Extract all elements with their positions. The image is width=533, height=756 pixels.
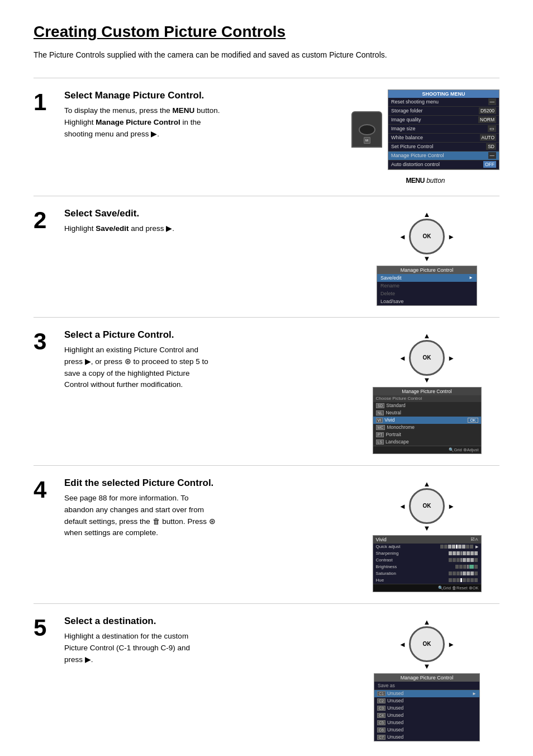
- page-intro: The Picture Controls supplied with the c…: [34, 49, 499, 61]
- screen-row: Auto distortion controlOFF: [388, 160, 499, 169]
- step-3-title: Select a Picture Control.: [64, 329, 343, 341]
- screen-5-title: Manage Picture Control: [374, 674, 479, 682]
- arrow-right-icon: ►: [448, 232, 455, 240]
- screen-3-row: NLNeutral: [373, 409, 481, 417]
- screen-4-row: Hue: [373, 577, 481, 584]
- screen-4: Vivid🗹A Quick adjust ▶ Sharpening Contra…: [373, 535, 482, 592]
- arrow-left-icon: ◄: [399, 353, 406, 362]
- screen-5-row: C3Unused: [374, 705, 479, 712]
- step-2-visual: ◄ OK ► Manage Picture Control Save/edit►…: [354, 207, 499, 306]
- screen-5-row: C6Unused: [374, 726, 479, 734]
- screen-3-subtitle: Choose Picture Control: [373, 395, 481, 402]
- step-3-visual: ◄ OK ► Manage Picture Control Choose Pic…: [354, 329, 499, 454]
- screen-5-saveas: Save as: [374, 682, 479, 690]
- step-5: 5 Select a destination. Highlight a dest…: [34, 603, 499, 753]
- screen-5: Manage Picture Control Save as C1Unused►…: [374, 673, 480, 741]
- screen-4-row: Sharpening: [373, 550, 481, 557]
- step-2-title: Select Save/edit.: [64, 207, 343, 220]
- step-1: 1 Select Manage Picture Control. To disp…: [34, 78, 499, 196]
- arrow-right-icon: ►: [448, 640, 455, 648]
- screen-1-title: SHOOTING MENU: [388, 90, 499, 98]
- arrow-left-icon: ◄: [399, 232, 406, 240]
- screen-5-row: C7Unused: [374, 734, 479, 741]
- arrow-right-icon: ►: [448, 502, 455, 510]
- screen-5-row: C4Unused: [374, 712, 479, 719]
- screen-3-row: MCMonochrome: [373, 424, 481, 431]
- screen-2-row: Load/save: [377, 297, 477, 305]
- step-number-4: 4: [34, 477, 64, 502]
- ok-button-circle: OK: [409, 340, 445, 376]
- step-4-desc: See page 88 for more information. To aba…: [64, 493, 343, 540]
- screen-4-row: Saturation: [373, 570, 481, 577]
- screen-3: Manage Picture Control Choose Picture Co…: [373, 387, 482, 454]
- arrow-left-icon: ◄: [399, 640, 406, 648]
- ok-button-circle: OK: [409, 219, 445, 254]
- screen-row: Storage folderD5200: [388, 107, 499, 116]
- screen-3-row: PTPortrait: [373, 431, 481, 438]
- screen-4-row: Brightness: [373, 564, 481, 570]
- ok-button-4: ◄ OK ►: [409, 488, 445, 524]
- step-1-content: Select Manage Picture Control. To displa…: [64, 89, 351, 140]
- screen-4-row: Quick adjust ▶: [373, 544, 481, 550]
- step-number-1: 1: [34, 89, 64, 114]
- screen-5-row: C5Unused: [374, 719, 479, 726]
- ok-button-2: ◄ OK ►: [409, 219, 445, 254]
- step-4-visual: ◄ OK ► Vivid🗹A Quick adjust ▶ Sharpening: [354, 477, 499, 592]
- ok-button-circle: OK: [409, 626, 445, 662]
- arrow-right-icon: ►: [448, 353, 455, 362]
- screen-row: White balanceAUTO: [388, 134, 499, 143]
- step-3: 3 Select a Picture Control. Highlight an…: [34, 317, 499, 465]
- step-4-title: Edit the selected Picture Control.: [64, 477, 343, 489]
- ok-button-circle: OK: [409, 488, 445, 524]
- screen-2-row: Delete: [377, 290, 477, 297]
- menu-button-label: MENU button: [406, 177, 445, 185]
- screen-row: Image qualityNORM: [388, 116, 499, 125]
- step-2-desc: Highlight Save/edit and press ▶.: [64, 223, 343, 235]
- screen-5-row-active: C1Unused►: [374, 690, 479, 697]
- ok-button-5: ◄ OK ►: [409, 626, 445, 662]
- step-1-visual: M SHOOTING MENU Reset shooting menu— Sto…: [351, 89, 499, 185]
- ok-button-3: ◄ OK ►: [409, 340, 445, 376]
- screen-3-title: Manage Picture Control: [373, 388, 481, 395]
- step-3-desc: Highlight an existing Picture Control an…: [64, 344, 343, 391]
- screen-3-footer: 🔍Grid ⊛Adjust: [373, 446, 481, 453]
- screen-3-row: SDStandard: [373, 402, 481, 409]
- step-number-3: 3: [34, 329, 64, 353]
- arrow-left-icon: ◄: [399, 502, 406, 510]
- screen-2-title: Manage Picture Control: [377, 266, 477, 274]
- screen-3-row-selected: VIVividOK: [373, 417, 481, 424]
- step-4: 4 Edit the selected Picture Control. See…: [34, 465, 499, 603]
- screen-4-title: Vivid🗹A: [373, 536, 481, 544]
- screen-4-row: Contrast: [373, 557, 481, 564]
- step-4-content: Edit the selected Picture Control. See p…: [64, 477, 354, 540]
- step-5-desc: Highlight a destination for the custom P…: [64, 631, 343, 666]
- screen-2: Manage Picture Control Save/edit► Rename…: [377, 266, 477, 306]
- step-5-title: Select a destination.: [64, 615, 343, 627]
- screen-row: Image size▭: [388, 125, 499, 134]
- step-1-desc: To display the menus, press the MENU but…: [64, 105, 340, 140]
- screen-1: SHOOTING MENU Reset shooting menu— Stora…: [388, 89, 499, 170]
- screen-4-footer: 🔍Grid 🗑Reset ⊛OK: [373, 584, 481, 592]
- screen-row-highlighted: Manage Picture Control—: [388, 152, 499, 160]
- screen-row: Reset shooting menu—: [388, 98, 499, 107]
- step-number-2: 2: [34, 207, 64, 232]
- screen-2-row: Save/edit►: [377, 274, 477, 282]
- step-5-content: Select a destination. Highlight a destin…: [64, 615, 354, 666]
- step-2-content: Select Save/edit. Highlight Save/edit an…: [64, 207, 354, 235]
- page-title: Creating Custom Picture Controls: [34, 22, 499, 41]
- step-2: 2 Select Save/edit. Highlight Save/edit …: [34, 196, 499, 317]
- step-3-content: Select a Picture Control. Highlight an e…: [64, 329, 354, 391]
- step-1-title: Select Manage Picture Control.: [64, 89, 340, 102]
- screen-2-row: Rename: [377, 282, 477, 290]
- screen-5-row: C2Unused: [374, 697, 479, 705]
- step-number-5: 5: [34, 615, 64, 640]
- screen-3-row: LSLandscape: [373, 438, 481, 446]
- step-5-visual: ◄ OK ► Manage Picture Control Save as C1…: [354, 615, 499, 741]
- screen-row: Set Picture ControlSD: [388, 143, 499, 152]
